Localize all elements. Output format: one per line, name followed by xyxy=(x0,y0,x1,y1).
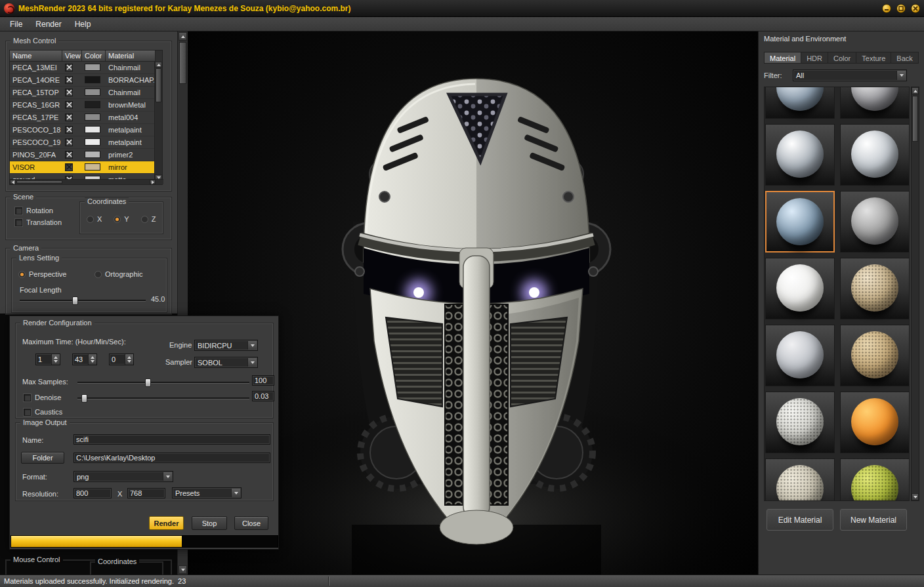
material-swatch-mirror[interactable] xyxy=(765,191,835,253)
color-swatch[interactable] xyxy=(85,89,100,96)
denoise-value[interactable]: 0.03 xyxy=(252,391,274,401)
scroll-thumb[interactable] xyxy=(156,68,161,102)
mesh-view-cell[interactable] xyxy=(62,111,82,123)
tab-hdr[interactable]: HDR xyxy=(801,52,828,64)
translation-checkbox-row[interactable]: Translation xyxy=(15,218,62,226)
folder-button[interactable]: Folder xyxy=(21,452,64,464)
mesh-view-cell[interactable] xyxy=(62,149,82,161)
material-grid-scrollbar[interactable] xyxy=(911,87,919,501)
chevron-down-icon[interactable] xyxy=(247,358,257,367)
material-swatch-gray-smooth[interactable] xyxy=(840,191,910,253)
caustics-checkbox[interactable] xyxy=(24,409,31,416)
denoise-checkbox-row[interactable]: Denoise xyxy=(24,394,61,401)
mesh-color-cell[interactable] xyxy=(82,149,106,161)
material-swatch-silver-gloss[interactable] xyxy=(840,124,910,186)
chevron-down-icon[interactable] xyxy=(896,71,906,80)
material-swatch-lime-textured[interactable] xyxy=(840,458,910,501)
stop-button[interactable]: Stop xyxy=(192,516,227,530)
material-swatch-polished-metal[interactable] xyxy=(765,124,835,186)
scroll-up-icon[interactable] xyxy=(155,62,162,68)
table-row[interactable]: PINOS_20FAprimer2 xyxy=(10,149,156,161)
color-swatch[interactable] xyxy=(85,76,100,83)
render-button[interactable]: Render xyxy=(149,516,184,530)
mesh-color-cell[interactable] xyxy=(82,74,106,86)
scroll-left-icon[interactable] xyxy=(10,180,16,184)
scroll-up-icon[interactable] xyxy=(912,87,919,94)
slider-thumb[interactable] xyxy=(145,378,151,387)
view-checkbox[interactable] xyxy=(65,138,73,146)
perspective-radio[interactable]: Perspective xyxy=(18,270,66,278)
folder-path-input[interactable] xyxy=(74,453,270,463)
mesh-color-cell[interactable] xyxy=(82,99,106,111)
denoise-slider[interactable] xyxy=(77,394,249,403)
view-checkbox[interactable] xyxy=(65,76,73,84)
mesh-view-cell[interactable] xyxy=(62,87,82,98)
mesh-table-vscrollbar[interactable] xyxy=(154,62,162,180)
scroll-thumb[interactable] xyxy=(912,96,918,142)
spinner-arrows-icon[interactable] xyxy=(125,354,133,365)
close-button[interactable] xyxy=(911,4,920,13)
view-checkbox[interactable] xyxy=(65,89,73,96)
mesh-color-cell[interactable] xyxy=(82,161,106,173)
column-header-view[interactable]: View xyxy=(62,51,82,62)
color-swatch[interactable] xyxy=(85,126,100,133)
view-checkbox[interactable] xyxy=(65,64,73,71)
ortographic-radio[interactable]: Ortographic xyxy=(94,270,142,278)
mesh-view-cell[interactable] xyxy=(62,99,82,111)
tab-material[interactable]: Material xyxy=(764,52,801,64)
material-swatch-amber-gloss[interactable] xyxy=(840,392,910,453)
mesh-view-cell[interactable] xyxy=(62,124,82,136)
menu-item-render[interactable]: Render xyxy=(30,18,67,31)
slider-thumb[interactable] xyxy=(81,394,87,403)
tab-color[interactable]: Color xyxy=(828,52,856,64)
menu-item-file[interactable]: File xyxy=(4,18,28,31)
mesh-view-cell[interactable] xyxy=(62,136,82,148)
tab-texture[interactable]: Texture xyxy=(856,52,891,64)
column-header-material[interactable]: Material xyxy=(106,51,156,62)
spinner-arrows-icon[interactable] xyxy=(88,354,96,365)
scroll-down-icon[interactable] xyxy=(178,565,187,574)
table-row[interactable]: PESCOCO_19metalpaint xyxy=(10,136,156,149)
presets-dropdown[interactable]: Presets xyxy=(172,487,242,498)
filter-dropdown[interactable]: All xyxy=(793,70,907,81)
material-swatch-sandstone[interactable] xyxy=(840,325,910,386)
translation-checkbox[interactable] xyxy=(15,219,22,226)
minimize-button[interactable] xyxy=(882,4,891,13)
material-swatch-cream-textured[interactable] xyxy=(765,458,835,501)
view-checkbox[interactable] xyxy=(65,163,73,171)
table-row[interactable]: VISORmirror xyxy=(10,161,156,174)
scroll-down-icon[interactable] xyxy=(912,493,919,500)
scroll-right-icon[interactable] xyxy=(150,180,156,184)
table-row[interactable]: PECA_14OREBORRACHAP... xyxy=(10,74,156,87)
close-dialog-button[interactable]: Close xyxy=(234,516,268,530)
view-checkbox[interactable] xyxy=(65,126,73,134)
mesh-color-cell[interactable] xyxy=(82,136,106,148)
name-input[interactable] xyxy=(74,434,270,445)
scroll-thumb[interactable] xyxy=(16,180,62,184)
format-dropdown[interactable]: png xyxy=(74,471,173,482)
table-row[interactable]: PECAS_17PEmetal004 xyxy=(10,111,156,124)
resolution-width-input[interactable] xyxy=(74,488,112,498)
spinner-arrows-icon[interactable] xyxy=(51,354,60,365)
caustics-checkbox-row[interactable]: Caustics xyxy=(24,408,62,416)
denoise-checkbox[interactable] xyxy=(24,394,31,401)
rotation-checkbox-row[interactable]: Rotation xyxy=(15,207,53,214)
minutes-spinner[interactable]: 43 xyxy=(72,354,97,365)
axis-radio-z[interactable]: Z xyxy=(141,215,156,223)
scroll-up-icon[interactable] xyxy=(178,32,187,41)
mesh-view-cell[interactable] xyxy=(62,74,82,86)
axis-radio-x[interactable]: X xyxy=(87,215,102,223)
material-swatch-brushed-silver[interactable] xyxy=(765,325,835,386)
mesh-color-cell[interactable] xyxy=(82,111,106,123)
material-swatch-chrome-env[interactable] xyxy=(765,87,835,119)
scroll-thumb[interactable] xyxy=(179,42,186,84)
mesh-color-cell[interactable] xyxy=(82,124,106,136)
mesh-color-cell[interactable] xyxy=(82,87,106,98)
material-swatch-steel[interactable] xyxy=(840,87,910,119)
color-swatch[interactable] xyxy=(85,64,100,71)
chevron-down-icon[interactable] xyxy=(247,341,257,350)
mesh-view-cell[interactable] xyxy=(62,62,82,73)
column-header-color[interactable]: Color xyxy=(82,51,106,62)
max-samples-slider[interactable] xyxy=(77,378,249,387)
material-swatch-woven-tan[interactable] xyxy=(840,258,910,319)
